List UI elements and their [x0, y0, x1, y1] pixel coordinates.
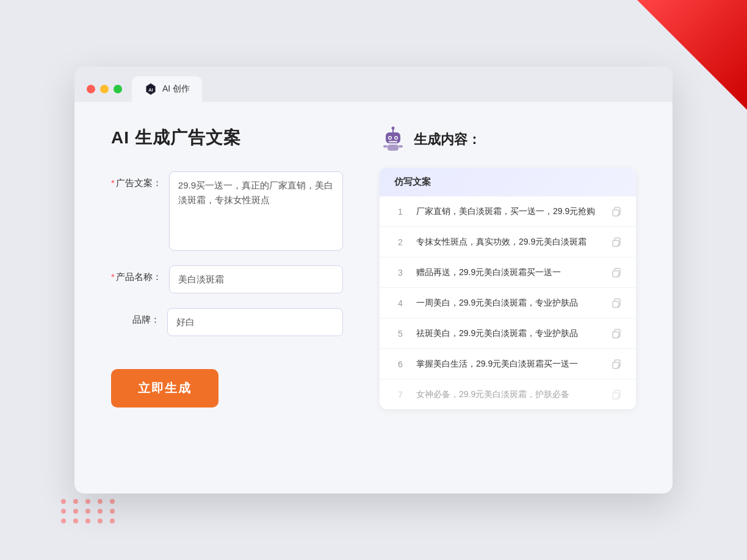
right-panel-title: 生成内容：: [414, 131, 481, 149]
product-name-field-group: *产品名称：: [111, 265, 343, 293]
result-item: 6掌握美白生活，29.9元美白淡斑霜买一送一: [380, 349, 636, 379]
brand-input[interactable]: [167, 308, 343, 336]
tab-title-label: AI 创作: [162, 84, 190, 95]
result-item: 3赠品再送，29.9元美白淡斑霜买一送一: [380, 257, 636, 288]
result-number: 3: [394, 268, 406, 278]
copy-icon[interactable]: [610, 298, 621, 309]
right-header: 生成内容：: [380, 126, 636, 153]
ad-copy-field-group: *广告文案：: [111, 171, 343, 251]
browser-tab[interactable]: AI AI 创作: [132, 76, 202, 102]
robot-icon: [380, 126, 406, 153]
browser-content: AI 生成广告文案 *广告文案： *产品名称： 品牌： 立即生成: [74, 102, 673, 434]
left-panel: AI 生成广告文案 *广告文案： *产品名称： 品牌： 立即生成: [111, 126, 343, 409]
result-number: 4: [394, 298, 406, 308]
result-text: 祛斑美白，29.9元美白淡斑霜，专业护肤品: [416, 327, 601, 340]
results-container: 仿写文案 1厂家直销，美白淡斑霜，买一送一，29.9元抢购 2专抹女性斑点，真实…: [380, 168, 636, 409]
brand-field-group: 品牌：: [111, 308, 343, 336]
result-item: 1厂家直销，美白淡斑霜，买一送一，29.9元抢购: [380, 196, 636, 227]
product-name-required-star: *: [111, 271, 115, 282]
result-number: 5: [394, 329, 406, 339]
close-button[interactable]: [87, 85, 95, 93]
ai-tab-icon: AI: [144, 82, 157, 96]
dots-decoration: [61, 499, 117, 523]
browser-chrome: AI AI 创作: [74, 66, 673, 102]
copy-icon[interactable]: [610, 359, 621, 370]
svg-rect-9: [389, 141, 397, 143]
svg-text:AI: AI: [148, 87, 153, 93]
window-controls: [87, 85, 122, 102]
copy-icon[interactable]: [610, 328, 621, 339]
product-name-label: *产品名称：: [111, 265, 162, 283]
right-panel: 生成内容： 仿写文案 1厂家直销，美白淡斑霜，买一送一，29.9元抢购 2专抹女…: [380, 126, 636, 409]
svg-point-3: [392, 127, 395, 130]
svg-rect-10: [388, 145, 399, 151]
svg-rect-12: [399, 145, 403, 148]
maximize-button[interactable]: [114, 85, 122, 93]
copy-icon[interactable]: [610, 237, 621, 248]
minimize-button[interactable]: [100, 85, 109, 93]
ad-copy-textarea[interactable]: [169, 171, 343, 251]
result-text: 厂家直销，美白淡斑霜，买一送一，29.9元抢购: [416, 205, 601, 218]
result-text: 专抹女性斑点，真实功效，29.9元美白淡斑霜: [416, 235, 601, 248]
ad-copy-required-star: *: [111, 178, 115, 188]
result-item: 2专抹女性斑点，真实功效，29.9元美白淡斑霜: [380, 227, 636, 257]
results-list: 1厂家直销，美白淡斑霜，买一送一，29.9元抢购 2专抹女性斑点，真实功效，29…: [380, 196, 636, 409]
result-text: 一周美白，29.9元美白淡斑霜，专业护肤品: [416, 296, 601, 309]
results-header: 仿写文案: [380, 168, 636, 196]
result-number: 7: [394, 390, 406, 400]
svg-point-8: [395, 137, 397, 139]
copy-icon[interactable]: [610, 389, 621, 400]
svg-rect-11: [383, 145, 388, 148]
result-text: 赠品再送，29.9元美白淡斑霜买一送一: [416, 266, 601, 279]
result-item: 7女神必备，29.9元美白淡斑霜，护肤必备: [380, 379, 636, 409]
result-number: 6: [394, 359, 406, 369]
copy-icon[interactable]: [610, 267, 621, 278]
product-name-input[interactable]: [169, 265, 343, 293]
copy-icon[interactable]: [610, 206, 621, 217]
result-item: 5祛斑美白，29.9元美白淡斑霜，专业护肤品: [380, 318, 636, 349]
result-number: 1: [394, 207, 406, 217]
browser-window: AI AI 创作 AI 生成广告文案 *广告文案： *产品名称：: [74, 66, 673, 494]
ad-copy-label: *广告文案：: [111, 171, 162, 189]
result-text: 掌握美白生活，29.9元美白淡斑霜买一送一: [416, 357, 601, 370]
result-item: 4一周美白，29.9元美白淡斑霜，专业护肤品: [380, 288, 636, 318]
result-text: 女神必备，29.9元美白淡斑霜，护肤必备: [416, 388, 601, 401]
brand-label: 品牌：: [111, 308, 160, 326]
page-title: AI 生成广告文案: [111, 126, 343, 149]
result-number: 2: [394, 237, 406, 247]
svg-point-7: [389, 137, 391, 139]
generate-button[interactable]: 立即生成: [111, 369, 218, 407]
